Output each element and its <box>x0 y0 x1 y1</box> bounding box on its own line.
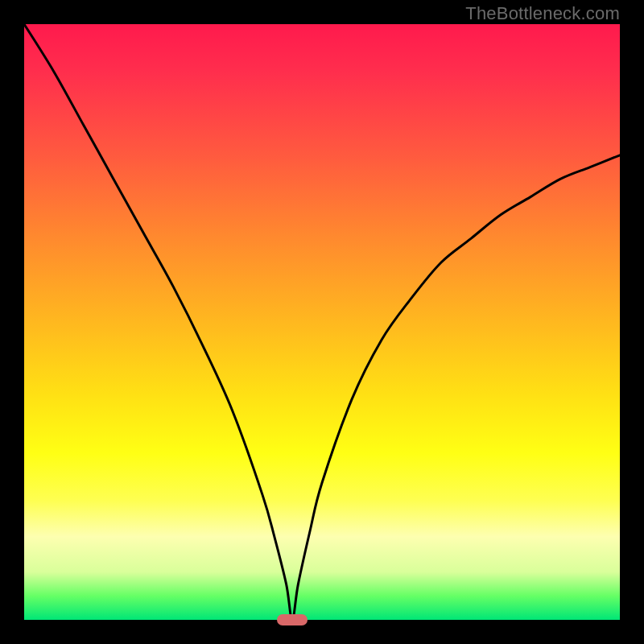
bottleneck-curve <box>24 24 620 620</box>
watermark-text: TheBottleneck.com <box>465 3 620 24</box>
chart-frame: TheBottleneck.com <box>0 0 644 644</box>
plot-area <box>24 24 620 620</box>
optimal-marker <box>277 614 308 625</box>
